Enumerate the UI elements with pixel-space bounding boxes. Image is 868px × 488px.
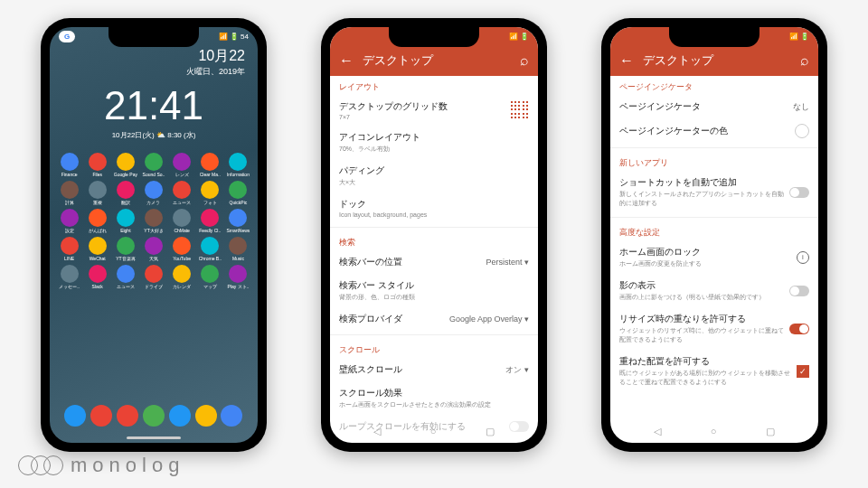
home-subdate: 10月22日(火) ⛅ 8:30 (水) <box>50 130 258 140</box>
back-icon[interactable]: ← <box>619 52 634 69</box>
android-nav: ◁○▢ <box>330 424 538 439</box>
app-icon[interactable]: Clear Ma.. <box>198 153 222 177</box>
row-auto-shortcut[interactable]: ショートカットを自動で追加新しくインストールされたアプリのショートカットを自動的… <box>610 171 818 213</box>
row-search-style[interactable]: 検索バー スタイル背景の形、色、ロゴの種類 <box>330 274 538 307</box>
dock-app[interactable] <box>169 405 191 427</box>
app-icon[interactable]: LINE <box>57 237 81 261</box>
row-resize-overlap[interactable]: リサイズ時の重なりを許可するウィジェットのリサイズ時に、他のウィジェットに重ねて… <box>610 307 818 350</box>
dock-app[interactable] <box>221 405 242 427</box>
app-icon[interactable]: フォト <box>198 181 222 205</box>
phone-notch <box>389 27 479 47</box>
dock <box>50 405 258 427</box>
nav-recent-icon[interactable]: ▢ <box>766 426 775 437</box>
app-icon[interactable]: Chrome B.. <box>198 237 222 261</box>
toggle[interactable] <box>789 324 809 334</box>
app-icon[interactable]: Play スト.. <box>226 265 250 289</box>
home-date: 10月22 火曜日、2019年 <box>50 45 258 80</box>
logo-rings-icon <box>18 455 63 475</box>
nav-home-icon[interactable]: ○ <box>711 426 717 437</box>
color-swatch-icon <box>795 124 809 138</box>
row-page-indicator[interactable]: ページインジケータなし <box>610 95 818 118</box>
nav-back-icon[interactable]: ◁ <box>654 426 661 437</box>
app-icon[interactable]: QuickPic <box>226 181 250 205</box>
app-icon[interactable]: マップ <box>198 265 222 289</box>
section-advanced: 高度な設定 <box>610 221 818 240</box>
row-icon-layout[interactable]: アイコンレイアウト70%、ラベル有効 <box>330 126 538 159</box>
app-icon[interactable]: 重複 <box>85 181 109 205</box>
grid-preview-icon <box>511 101 529 119</box>
dock-app[interactable] <box>143 405 165 427</box>
section-scroll: スクロール <box>330 339 538 358</box>
app-icon[interactable]: Sound So.. <box>141 153 165 177</box>
row-indicator-color[interactable]: ページインジケーターの色 <box>610 118 818 144</box>
settings-screen-1: 📶 🔋 ← デスクトップ ⌕ レイアウト デスクトップのグリッド数7×7 アイコ… <box>330 27 538 443</box>
row-allow-overlap[interactable]: 重ねた配置を許可する既にウィジェットがある場所に別のウィジェットを移動させること… <box>610 350 818 392</box>
app-icon[interactable]: Information <box>226 153 250 177</box>
app-icon[interactable]: ドライブ <box>141 265 165 289</box>
app-icon[interactable]: SmartNews <box>226 209 250 233</box>
app-icon[interactable]: カレンダ <box>170 265 194 289</box>
app-icon[interactable]: ChMate <box>170 209 194 233</box>
row-scroll-effect[interactable]: スクロール効果ホーム画面をスクロールさせたときの演出効果の設定 <box>330 381 538 415</box>
row-padding[interactable]: パディング大×大 <box>330 159 538 192</box>
row-dock[interactable]: ドックIcon layout, background, pages <box>330 192 538 223</box>
app-icon[interactable]: Eight <box>113 209 137 233</box>
google-pill[interactable]: G <box>59 31 75 42</box>
app-icon[interactable]: ニュース <box>170 181 194 205</box>
app-icon[interactable]: メッセー.. <box>57 265 81 289</box>
back-icon[interactable]: ← <box>339 52 354 69</box>
checkbox-icon[interactable]: ✓ <box>797 365 809 378</box>
search-icon[interactable]: ⌕ <box>520 52 529 69</box>
nav-home-icon[interactable]: ○ <box>430 426 437 437</box>
home-screen: G 📶 🔋 54 10月22 火曜日、2019年 21:41 10月22日(火)… <box>50 27 258 443</box>
row-grid-count[interactable]: デスクトップのグリッド数7×7 <box>330 95 538 126</box>
row-search-position[interactable]: 検索バーの位置Persistent ▾ <box>330 250 538 274</box>
app-icon[interactable]: 設定 <box>57 209 81 233</box>
app-icon[interactable]: ニュース <box>113 265 137 289</box>
app-icon[interactable]: Google Pay <box>113 153 137 177</box>
nav-pill[interactable] <box>127 436 181 439</box>
settings-header: ← デスクトップ ⌕ <box>610 45 818 76</box>
phone-home-screen: G 📶 🔋 54 10月22 火曜日、2019年 21:41 10月22日(火)… <box>41 18 267 452</box>
section-search: 検索 <box>330 231 538 250</box>
row-lock-home[interactable]: ホーム画面のロックホーム画面の変更を防止するi <box>610 240 818 274</box>
settings-screen-2: 📶 🔋 ← デスクトップ ⌕ ページインジケータ ページインジケータなし ページ… <box>610 27 818 443</box>
brand-text: monolog <box>71 454 184 477</box>
dock-app[interactable] <box>90 405 112 427</box>
phone-settings-2: 📶 🔋 ← デスクトップ ⌕ ページインジケータ ページインジケータなし ページ… <box>601 18 827 452</box>
app-icon[interactable]: Slack <box>85 265 109 289</box>
app-icon[interactable]: Music <box>226 237 250 261</box>
app-icon[interactable]: WeChat <box>85 237 109 261</box>
app-icon[interactable]: 翻訳 <box>113 181 137 205</box>
nav-back-icon[interactable]: ◁ <box>373 426 381 437</box>
app-icon[interactable]: YT大好き <box>141 209 165 233</box>
app-icon[interactable]: 天気 <box>141 237 165 261</box>
dock-app[interactable] <box>117 405 138 427</box>
app-grid: FinanceFilesGoogle PaySound So..レンズClear… <box>50 147 258 295</box>
search-icon[interactable]: ⌕ <box>800 52 809 69</box>
phone-settings-1: 📶 🔋 ← デスクトップ ⌕ レイアウト デスクトップのグリッド数7×7 アイコ… <box>321 18 547 452</box>
header-title: デスクトップ <box>643 52 791 69</box>
brand-logo: monolog <box>18 454 184 477</box>
app-icon[interactable]: Files <box>85 153 109 177</box>
toggle[interactable] <box>789 187 809 198</box>
header-title: デスクトップ <box>363 52 511 69</box>
nav-recent-icon[interactable]: ▢ <box>486 426 495 437</box>
app-icon[interactable]: Finance <box>57 153 81 177</box>
row-search-provider[interactable]: 検索プロバイダGoogle App Overlay ▾ <box>330 307 538 331</box>
dock-app[interactable] <box>195 405 217 427</box>
app-icon[interactable]: YT音楽再 <box>113 237 137 261</box>
app-icon[interactable]: 計算 <box>57 181 81 205</box>
app-icon[interactable]: カメラ <box>141 181 165 205</box>
toggle[interactable] <box>789 286 809 296</box>
section-layout: レイアウト <box>330 76 538 95</box>
dock-app[interactable] <box>64 405 86 427</box>
row-shadow[interactable]: 影の表示画面の上に影をつける（明るい壁紙で効果的です） <box>610 274 818 307</box>
app-icon[interactable]: がんばれ <box>85 209 109 233</box>
section-new-app: 新しいアプリ <box>610 152 818 171</box>
row-wallpaper-scroll[interactable]: 壁紙スクロールオン ▾ <box>330 358 538 381</box>
app-icon[interactable]: レンズ <box>170 153 194 177</box>
app-icon[interactable]: Feedly Cl.. <box>198 209 222 233</box>
info-icon[interactable]: i <box>797 251 809 264</box>
app-icon[interactable]: YouTube <box>170 237 194 261</box>
